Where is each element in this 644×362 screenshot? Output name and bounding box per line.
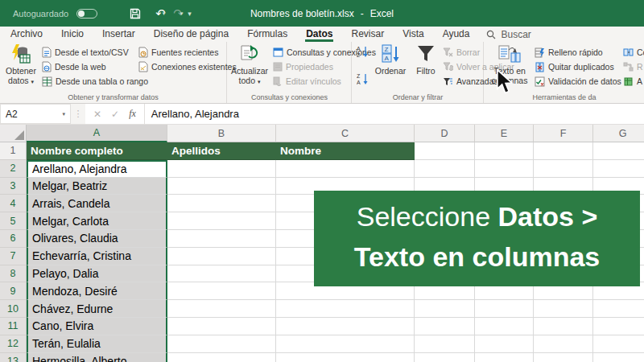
tab-diseno-de-pagina[interactable]: Diseño de página: [153, 27, 229, 42]
column-header-c[interactable]: C: [276, 125, 415, 142]
tab-revisar[interactable]: Revisar: [350, 27, 385, 42]
cell-a11[interactable]: Cano, Elvira: [27, 318, 167, 335]
name-box[interactable]: A2 ▾: [0, 104, 71, 124]
cell-b4[interactable]: [167, 195, 276, 212]
ordenar-button[interactable]: ZA Ordenar: [372, 43, 409, 76]
cell-g10[interactable]: [593, 300, 644, 318]
cell-b6[interactable]: [167, 230, 276, 248]
desde-tabla-rango-button[interactable]: Desde una tabla o rango: [42, 75, 148, 88]
propiedades-button[interactable]: Propiedades: [273, 60, 333, 73]
filtro-button[interactable]: Filtro: [411, 43, 441, 76]
cell-f2[interactable]: [534, 160, 593, 178]
tab-vista[interactable]: Vista: [402, 27, 424, 42]
row-header-12[interactable]: 12: [0, 335, 27, 353]
column-header-f[interactable]: F: [534, 125, 593, 142]
row-header-7[interactable]: 7: [0, 248, 27, 265]
customize-qat-icon[interactable]: ▾: [188, 10, 192, 18]
sort-za-button[interactable]: ZA: [357, 72, 369, 85]
redo-dropdown-icon[interactable]: ▾: [180, 10, 184, 17]
cell-a4[interactable]: Arrais, Candela: [27, 195, 167, 212]
cell-d2[interactable]: [415, 160, 475, 178]
quitar-duplicados-button[interactable]: Quitar duplicados: [535, 60, 614, 73]
cell-f1[interactable]: [534, 142, 593, 160]
cell-e12[interactable]: [475, 335, 534, 353]
row-header-13[interactable]: 13: [0, 353, 27, 362]
cell-g12[interactable]: [593, 335, 644, 353]
cell-g1[interactable]: [593, 142, 644, 160]
cell-c10[interactable]: [276, 300, 415, 318]
actualizar-todo-button[interactable]: Actualizartodo ▾: [230, 43, 269, 85]
cell-f11[interactable]: [534, 318, 593, 335]
insert-function-icon[interactable]: fx: [129, 108, 136, 120]
cancel-icon[interactable]: ✕: [93, 109, 101, 120]
cell-c2[interactable]: [276, 160, 415, 178]
cell-b8[interactable]: [167, 265, 276, 283]
cell-e1[interactable]: [475, 142, 534, 160]
cell-b7[interactable]: [167, 248, 276, 265]
cell-a6[interactable]: Olivares, Claudia: [27, 230, 167, 248]
borrar-button[interactable]: Borrar: [443, 46, 480, 59]
tab-inicio[interactable]: Inicio: [60, 27, 85, 42]
row-header-9[interactable]: 9: [0, 282, 27, 300]
cell-c12[interactable]: [276, 335, 415, 353]
cell-e2[interactable]: [475, 160, 534, 178]
cell-e13[interactable]: [475, 353, 534, 362]
row-header-6[interactable]: 6: [0, 230, 27, 248]
cell-d13[interactable]: [415, 353, 475, 362]
row-header-11[interactable]: 11: [0, 318, 27, 335]
cell-b2[interactable]: [167, 160, 276, 178]
validacion-de-datos-button[interactable]: Validación de datos ▾: [535, 75, 627, 88]
relaciones-button[interactable]: R: [623, 60, 643, 73]
cell-a9[interactable]: Mendoza, Desiré: [27, 282, 167, 300]
column-header-b[interactable]: B: [167, 125, 276, 142]
sort-az-button[interactable]: AZ: [357, 45, 369, 58]
tab-formulas[interactable]: Fórmulas: [246, 27, 288, 42]
column-header-a[interactable]: A: [27, 125, 167, 142]
cell-g11[interactable]: [593, 318, 644, 335]
row-header-10[interactable]: 10: [0, 300, 27, 318]
undo-dropdown-icon[interactable]: ▾: [163, 10, 166, 17]
cell-a10[interactable]: Chávez, Edurne: [27, 300, 167, 318]
column-header-g[interactable]: G: [593, 125, 644, 142]
cell-a12[interactable]: Terán, Eulalia: [27, 335, 167, 353]
select-all-button[interactable]: [0, 125, 27, 142]
cell-b11[interactable]: [167, 318, 276, 335]
cell-a1[interactable]: Nombre completo: [27, 142, 167, 160]
cell-f12[interactable]: [534, 335, 593, 353]
relleno-rapido-button[interactable]: Relleno rápido: [535, 46, 603, 59]
redo-button[interactable]: ↷▾: [173, 6, 183, 22]
search-box[interactable]: Buscar: [486, 29, 530, 40]
cell-b1[interactable]: Apellidos: [167, 142, 276, 160]
tab-archivo[interactable]: Archivo: [10, 27, 43, 42]
name-box-dropdown-icon[interactable]: ▾: [62, 111, 65, 117]
editar-vinculos-button[interactable]: Editar vínculos: [273, 75, 341, 88]
undo-button[interactable]: ↶▾: [155, 6, 165, 22]
cell-b12[interactable]: [167, 335, 276, 353]
cell-d11[interactable]: [415, 318, 475, 335]
tab-insertar[interactable]: Insertar: [101, 27, 136, 42]
cell-c13[interactable]: [276, 353, 415, 362]
cell-b9[interactable]: [167, 282, 276, 300]
cell-b5[interactable]: [167, 212, 276, 230]
formula-input[interactable]: Arellano, Alejandra: [145, 104, 644, 124]
cell-b13[interactable]: [167, 353, 276, 362]
conexiones-existentes-button[interactable]: Conexiones existentes: [138, 60, 237, 73]
cell-d12[interactable]: [415, 335, 475, 353]
cell-e10[interactable]: [475, 300, 534, 318]
tab-ayuda[interactable]: Ayuda: [442, 27, 471, 42]
cell-c11[interactable]: [276, 318, 415, 335]
cell-f10[interactable]: [534, 300, 593, 318]
cell-e11[interactable]: [475, 318, 534, 335]
obtener-datos-button[interactable]: Obtenerdatos ▾: [3, 43, 39, 85]
desde-texto-csv-button[interactable]: Desde el texto/CSV: [42, 46, 129, 59]
cell-g13[interactable]: [593, 353, 644, 362]
enter-icon[interactable]: ✓: [111, 109, 119, 120]
cell-d1[interactable]: [415, 142, 475, 160]
cell-b3[interactable]: [167, 178, 276, 195]
row-header-5[interactable]: 5: [0, 212, 27, 230]
cell-a5[interactable]: Melgar, Carlota: [27, 212, 167, 230]
administrar-modelo-datos-button[interactable]: A: [623, 75, 642, 88]
cell-g2[interactable]: [593, 160, 644, 178]
tab-datos[interactable]: Datos: [305, 27, 333, 42]
row-header-1[interactable]: 1: [0, 142, 27, 160]
